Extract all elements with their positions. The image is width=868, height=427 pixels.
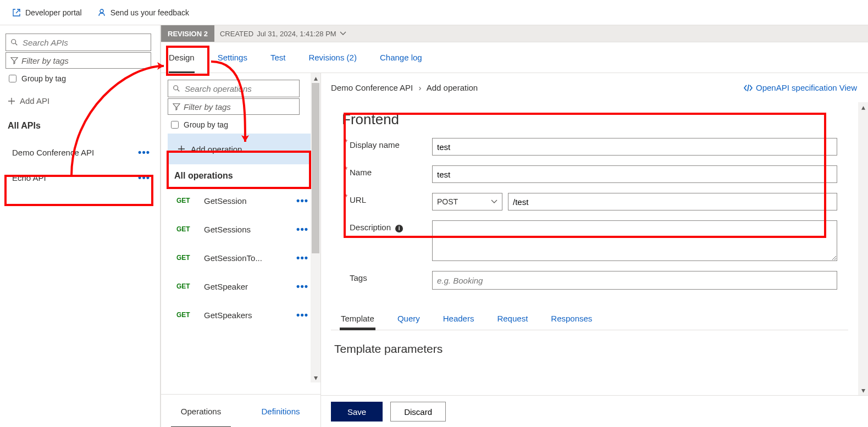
- ops-group-by-tag-label: Group by tag: [184, 120, 228, 129]
- subtab-query[interactable]: Query: [397, 314, 420, 330]
- operation-item[interactable]: GETGetSessions•••: [168, 215, 314, 243]
- breadcrumb-op: Add operation: [427, 83, 478, 92]
- add-operation-label: Add operation: [191, 145, 242, 154]
- svg-point-1: [12, 40, 16, 44]
- display-name-input[interactable]: [432, 138, 837, 156]
- op-method: GET: [176, 254, 194, 262]
- developer-portal-link[interactable]: Developer portal: [12, 8, 82, 17]
- all-apis-header: All APIs: [8, 121, 154, 131]
- tags-input[interactable]: [432, 271, 837, 290]
- ops-tab-definitions[interactable]: Definitions: [241, 395, 320, 427]
- tab-changelog[interactable]: Change log: [380, 42, 422, 73]
- op-more-button[interactable]: •••: [296, 281, 308, 292]
- subtab-template[interactable]: Template: [341, 314, 374, 330]
- filter-apis-input[interactable]: Filter by tags: [5, 52, 151, 69]
- display-name-label: Display name: [350, 138, 432, 149]
- ops-group-by-tag-checkbox[interactable]: [171, 121, 179, 129]
- op-name: GetSessionTo...: [204, 253, 286, 263]
- group-by-tag-label: Group by tag: [21, 74, 66, 83]
- form-panel: Demo Conference API › Add operation Open…: [321, 73, 868, 427]
- op-more-button[interactable]: •••: [296, 309, 308, 321]
- add-api-button[interactable]: Add API: [8, 96, 154, 106]
- search-operations-field[interactable]: [184, 84, 295, 94]
- revision-badge[interactable]: REVISION 2: [161, 25, 214, 42]
- subtab-responses[interactable]: Responses: [551, 314, 592, 330]
- add-api-label: Add API: [20, 96, 49, 106]
- revision-created[interactable]: CREATED Jul 31, 2024, 1:41:28 PM: [214, 30, 352, 38]
- openapi-spec-link[interactable]: OpenAPI specification View: [744, 83, 857, 92]
- frontend-section: Frontend * Display name * Name *: [331, 102, 848, 307]
- form-scrollbar[interactable]: ▴ ▾: [858, 102, 868, 395]
- op-more-button[interactable]: •••: [296, 252, 308, 264]
- op-name: GetSpeaker: [204, 282, 286, 291]
- frontend-title: Frontend: [342, 111, 837, 128]
- http-method-select[interactable]: POST: [432, 193, 502, 210]
- search-operations-input[interactable]: [168, 80, 300, 97]
- plus-icon: [8, 97, 15, 105]
- operations-panel: Filter by tags Group by tag Add operatio…: [161, 73, 321, 427]
- api-item-demo-conference[interactable]: Demo Conference API •••: [5, 140, 154, 165]
- template-parameters-header: Template parameters: [334, 342, 848, 356]
- ops-scrollbar[interactable]: ▴ ▾: [311, 73, 320, 382]
- button-bar: Save Discard: [321, 395, 868, 427]
- scroll-down-icon[interactable]: ▾: [311, 373, 320, 382]
- scroll-up-icon[interactable]: ▴: [858, 102, 868, 112]
- main-tabs: Design Settings Test Revisions (2) Chang…: [161, 42, 868, 73]
- required-marker: *: [342, 165, 350, 175]
- scroll-down-icon[interactable]: ▾: [858, 385, 868, 395]
- ops-bottom-tabs: Operations Definitions: [161, 394, 320, 427]
- chevron-down-icon: [340, 31, 346, 36]
- required-marker: *: [342, 138, 350, 148]
- description-label: Description i: [350, 220, 432, 232]
- tab-settings[interactable]: Settings: [218, 42, 247, 73]
- search-icon: [10, 38, 18, 46]
- api-item-echo[interactable]: Echo API •••: [5, 165, 154, 190]
- op-method: GET: [176, 311, 194, 319]
- name-input[interactable]: [432, 165, 837, 183]
- op-name: GetSession: [204, 196, 286, 206]
- feedback-link[interactable]: Send us your feedback: [97, 8, 189, 17]
- subtab-request[interactable]: Request: [497, 314, 528, 330]
- op-method: GET: [176, 282, 194, 290]
- operation-item[interactable]: GETGetSession•••: [168, 186, 314, 215]
- save-button[interactable]: Save: [331, 402, 383, 422]
- name-label: Name: [350, 165, 432, 177]
- http-method-value: POST: [437, 197, 458, 206]
- op-more-button[interactable]: •••: [296, 195, 308, 207]
- subtab-headers[interactable]: Headers: [443, 314, 474, 330]
- breadcrumb: Demo Conference API › Add operation: [331, 83, 478, 92]
- api-more-button[interactable]: •••: [138, 172, 150, 184]
- tags-label: Tags: [350, 271, 432, 282]
- group-by-tag-checkbox[interactable]: [9, 75, 16, 82]
- feedback-label: Send us your feedback: [110, 8, 189, 17]
- search-apis-input[interactable]: [5, 34, 151, 51]
- add-operation-button[interactable]: Add operation: [168, 134, 314, 164]
- svg-point-0: [100, 9, 103, 13]
- op-more-button[interactable]: •••: [296, 224, 308, 235]
- op-name: GetSpeakers: [204, 310, 286, 320]
- top-toolbar: Developer portal Send us your feedback: [0, 0, 868, 25]
- info-icon[interactable]: i: [395, 225, 403, 232]
- scrollbar-thumb[interactable]: [312, 83, 319, 253]
- tab-revisions[interactable]: Revisions (2): [308, 42, 357, 73]
- api-more-button[interactable]: •••: [138, 147, 150, 158]
- search-apis-field[interactable]: [21, 37, 146, 48]
- breadcrumb-api[interactable]: Demo Conference API: [331, 83, 413, 92]
- discard-button[interactable]: Discard: [390, 402, 446, 422]
- description-textarea[interactable]: [432, 220, 837, 261]
- apis-sidebar: Filter by tags Group by tag Add API All …: [0, 25, 161, 427]
- filter-operations-input[interactable]: Filter by tags: [168, 98, 300, 115]
- operation-item[interactable]: GETGetSessionTo...•••: [168, 243, 314, 272]
- operation-item[interactable]: GETGetSpeakers•••: [168, 301, 314, 329]
- api-name: Demo Conference API: [12, 148, 94, 157]
- scroll-up-icon[interactable]: ▴: [311, 73, 320, 83]
- ops-tab-operations[interactable]: Operations: [161, 395, 241, 427]
- url-path-input[interactable]: [508, 193, 837, 210]
- url-label: URL: [350, 193, 432, 204]
- op-method: GET: [176, 225, 194, 233]
- filter-icon: [173, 103, 180, 110]
- operation-item[interactable]: GETGetSpeaker•••: [168, 272, 314, 301]
- op-name: GetSessions: [204, 225, 286, 234]
- tab-design[interactable]: Design: [169, 42, 195, 73]
- tab-test[interactable]: Test: [270, 42, 286, 73]
